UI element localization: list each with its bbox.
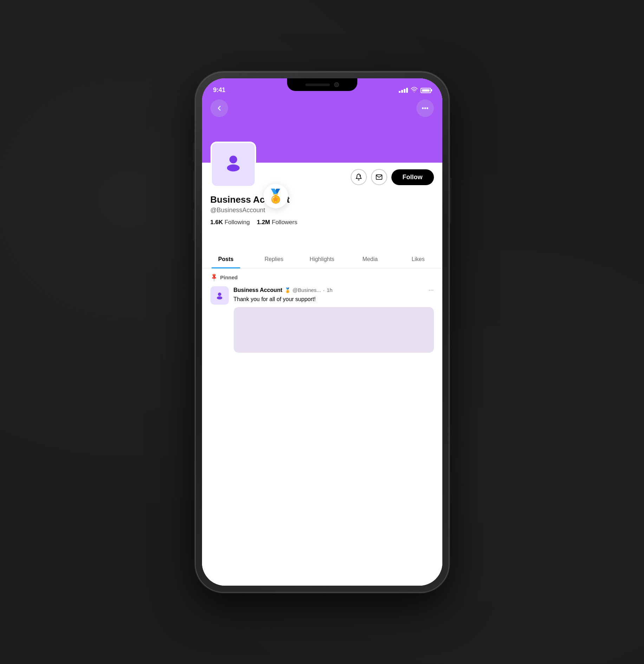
profile-handle: @BusinessAccount bbox=[210, 207, 434, 214]
pinned-text: Pinned bbox=[220, 274, 238, 280]
header-nav bbox=[202, 99, 442, 117]
tweet-verified-badge: 🏅 bbox=[285, 287, 291, 293]
battery-fill bbox=[422, 89, 430, 92]
message-button[interactable] bbox=[371, 169, 387, 185]
svg-point-2 bbox=[427, 108, 428, 109]
followers-stat: 1.2M Followers bbox=[257, 219, 297, 226]
profile-info: Business Account @BusinessAccount 1.6K F… bbox=[210, 194, 434, 226]
tab-likes-label: Likes bbox=[411, 256, 424, 262]
tab-likes[interactable]: Likes bbox=[394, 250, 442, 268]
pin-icon: 📌 bbox=[209, 273, 219, 282]
tweet-text: Thank you for all of your support! bbox=[234, 295, 434, 304]
tab-posts[interactable]: Posts bbox=[202, 250, 250, 268]
tweet-header: Business Account 🏅 @Busines... · 1h ··· bbox=[234, 286, 434, 294]
svg-point-1 bbox=[424, 108, 425, 109]
phone-device: 9:41 bbox=[196, 72, 449, 592]
tab-highlights[interactable]: Highlights bbox=[298, 250, 346, 268]
svg-point-4 bbox=[227, 164, 240, 171]
front-camera bbox=[334, 82, 339, 87]
avatar bbox=[210, 142, 256, 187]
tab-replies[interactable]: Replies bbox=[250, 250, 298, 268]
tab-media[interactable]: Media bbox=[346, 250, 394, 268]
verified-badge-icon: 🏅 bbox=[267, 188, 284, 204]
battery-icon bbox=[421, 88, 431, 93]
bar-2 bbox=[401, 90, 403, 93]
follow-button[interactable]: Follow bbox=[391, 169, 434, 185]
tweet-handle: @Busines... bbox=[293, 287, 321, 293]
tweet-time: 1h bbox=[327, 287, 333, 293]
phone-screen: 9:41 bbox=[202, 78, 442, 586]
following-label: Following bbox=[225, 219, 250, 226]
tab-media-label: Media bbox=[363, 256, 378, 262]
tweet-name: Business Account bbox=[234, 287, 282, 293]
svg-point-0 bbox=[422, 108, 423, 109]
svg-point-7 bbox=[217, 297, 222, 300]
bar-3 bbox=[404, 89, 405, 93]
action-buttons: Follow bbox=[351, 169, 434, 185]
tabs-container: Posts Replies Highlights Media Likes bbox=[202, 250, 442, 268]
tweets-area: 📌 Pinned Business Account 🏅 @Busines... … bbox=[202, 270, 442, 586]
followers-label: Followers bbox=[272, 219, 298, 226]
status-icons bbox=[399, 87, 431, 94]
notify-button[interactable] bbox=[351, 169, 367, 185]
bar-1 bbox=[399, 91, 401, 93]
verified-badge-floating: 🏅 bbox=[264, 184, 288, 208]
tweet-avatar bbox=[210, 286, 229, 305]
power-button bbox=[449, 177, 451, 223]
notch bbox=[287, 78, 357, 91]
following-stat: 1.6K Following bbox=[210, 219, 250, 226]
bar-4 bbox=[406, 88, 408, 93]
followers-count: 1.2M bbox=[257, 219, 270, 226]
signal-icon bbox=[399, 88, 408, 93]
volume-silent-button bbox=[193, 142, 196, 162]
tweet-dot: · bbox=[323, 287, 325, 293]
status-time: 9:41 bbox=[213, 86, 226, 94]
follow-stats: 1.6K Following 1.2M Followers bbox=[210, 219, 434, 226]
tweet-more-button[interactable]: ··· bbox=[428, 286, 434, 294]
tweet-image bbox=[234, 307, 434, 353]
tab-posts-label: Posts bbox=[218, 256, 234, 262]
following-count: 1.6K bbox=[210, 219, 223, 226]
tab-highlights-label: Highlights bbox=[310, 256, 334, 262]
tab-replies-label: Replies bbox=[265, 256, 283, 262]
more-button[interactable] bbox=[416, 99, 434, 117]
pinned-label: 📌 Pinned bbox=[202, 270, 442, 283]
volume-up-button bbox=[193, 170, 196, 202]
back-button[interactable] bbox=[210, 99, 228, 117]
svg-point-3 bbox=[229, 156, 237, 163]
volume-down-button bbox=[193, 209, 196, 241]
wifi-icon bbox=[411, 87, 418, 94]
svg-point-6 bbox=[218, 293, 221, 296]
avatar-icon bbox=[223, 152, 244, 177]
profile-name: Business Account bbox=[210, 194, 434, 205]
tweet-body: Business Account 🏅 @Busines... · 1h ··· … bbox=[234, 286, 434, 353]
speaker bbox=[305, 84, 330, 86]
tweet-row: Business Account 🏅 @Busines... · 1h ··· … bbox=[202, 283, 442, 356]
